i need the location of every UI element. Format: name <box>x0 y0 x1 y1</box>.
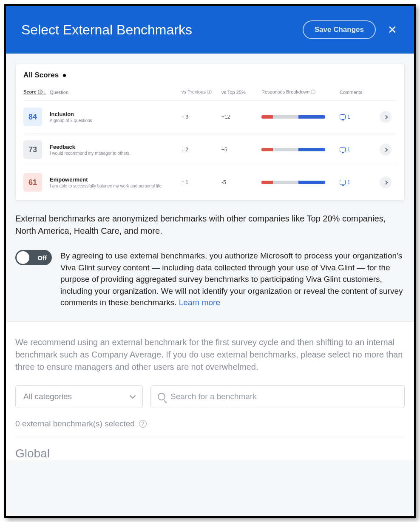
close-icon: ✕ <box>388 23 397 37</box>
table-row: 61 Empowerment I am able to successfully… <box>23 166 397 200</box>
selected-count-row: 0 external benchmark(s) selected ? <box>15 419 405 428</box>
chevron-right-icon <box>383 180 388 184</box>
responses-breakdown-bar <box>261 181 325 184</box>
toggle-knob <box>17 251 29 264</box>
question-cell: Empowerment I am able to successfully ba… <box>50 176 180 188</box>
comments-cell[interactable]: 1 <box>340 147 378 153</box>
breakdown-segment-favorable <box>298 181 325 184</box>
benchmark-search-input[interactable] <box>170 392 397 401</box>
toggle-label: Off <box>37 254 47 261</box>
category-dropdown-label: All categories <box>23 392 72 401</box>
modal-frame: Select External Benchmarks Save Changes … <box>4 4 416 518</box>
responses-breakdown-bar <box>261 148 325 151</box>
filter-controls: All categories <box>15 385 405 408</box>
breakdown-segment-neutral <box>273 148 298 151</box>
row-expand-button[interactable] <box>380 144 392 156</box>
scorecard: All Scores Score ⓘ ↓ Question vs Previou… <box>15 64 405 201</box>
col-vs-previous: vs Previous ⓘ <box>182 89 220 95</box>
benchmark-search-box[interactable] <box>150 385 405 408</box>
consent-text: By agreeing to use external benchmarks, … <box>60 250 405 309</box>
col-vs-top25: vs Top 25% <box>221 90 260 95</box>
question-subtitle: I would recommend my manager to others. <box>50 151 180 156</box>
header-actions: Save Changes ✕ <box>303 20 399 39</box>
learn-more-link[interactable]: Learn more <box>179 298 220 307</box>
comment-icon <box>340 147 346 152</box>
scorecard-indicator-dot <box>63 74 66 77</box>
recommendation-text: We recommend using an external benchmark… <box>15 336 405 373</box>
search-icon <box>158 393 165 400</box>
chevron-right-icon <box>383 115 388 119</box>
consent-row: Off By agreeing to use external benchmar… <box>15 250 405 309</box>
vs-previous-value: ↑ 1 <box>182 179 220 185</box>
comment-icon <box>340 180 346 185</box>
category-dropdown[interactable]: All categories <box>15 385 143 408</box>
modal-content: All Scores Score ⓘ ↓ Question vs Previou… <box>6 54 414 516</box>
question-title: Empowerment <box>50 176 180 183</box>
breakdown-segment-unfavorable <box>261 115 273 119</box>
breakdown-segment-favorable <box>298 148 325 151</box>
question-subtitle: I am able to successfully balance my wor… <box>50 184 180 188</box>
breakdown-segment-unfavorable <box>261 148 273 151</box>
col-comments: Comments <box>340 90 378 95</box>
question-title: Feedback <box>50 144 180 150</box>
breakdown-segment-neutral <box>273 115 298 119</box>
consent-toggle[interactable]: Off <box>15 250 52 265</box>
intro-text: External benchmarks are anonymized bench… <box>15 213 405 237</box>
close-button[interactable]: ✕ <box>386 23 399 36</box>
col-question: Question <box>50 90 180 95</box>
question-cell: Feedback I would recommend my manager to… <box>50 144 180 156</box>
comments-count: 1 <box>347 147 350 153</box>
score-badge: 61 <box>23 173 42 192</box>
chevron-right-icon <box>383 148 388 152</box>
bottom-section: We recommend using an external benchmark… <box>6 321 414 460</box>
vs-top25-value: -5 <box>221 179 260 185</box>
score-table-header: Score ⓘ ↓ Question vs Previous ⓘ vs Top … <box>23 86 397 101</box>
col-score[interactable]: Score ⓘ ↓ <box>23 89 48 95</box>
question-subtitle: A group of 2 questions <box>50 118 180 123</box>
comments-count: 1 <box>347 114 350 120</box>
comments-cell[interactable]: 1 <box>340 114 378 120</box>
question-cell: Inclusion A group of 2 questions <box>50 111 180 123</box>
divider <box>15 437 405 437</box>
comments-cell[interactable]: 1 <box>340 179 378 185</box>
help-icon[interactable]: ? <box>139 420 147 428</box>
breakdown-segment-neutral <box>273 181 298 184</box>
vs-top25-value: +12 <box>221 114 260 120</box>
scorecard-title: All Scores <box>23 71 59 79</box>
modal-header: Select External Benchmarks Save Changes … <box>6 6 414 54</box>
top-section: All Scores Score ⓘ ↓ Question vs Previou… <box>6 54 414 321</box>
table-row: 84 Inclusion A group of 2 questions ↑ 3 … <box>23 101 397 133</box>
breakdown-segment-unfavorable <box>261 181 273 184</box>
table-row: 73 Feedback I would recommend my manager… <box>23 133 397 166</box>
selected-count-text: 0 external benchmark(s) selected <box>15 419 135 428</box>
row-expand-button[interactable] <box>380 176 392 188</box>
question-title: Inclusion <box>50 111 180 117</box>
row-expand-button[interactable] <box>380 111 392 123</box>
score-badge: 84 <box>23 108 42 126</box>
comments-count: 1 <box>347 179 350 185</box>
vs-top25-value: +5 <box>221 147 260 153</box>
save-changes-button[interactable]: Save Changes <box>303 20 376 39</box>
consent-body: By agreeing to use external benchmarks, … <box>60 251 403 307</box>
modal-title: Select External Benchmarks <box>21 22 192 38</box>
comment-icon <box>340 114 346 119</box>
responses-breakdown-bar <box>261 115 325 119</box>
scorecard-title-row: All Scores <box>23 71 397 79</box>
score-badge: 73 <box>23 140 42 159</box>
breakdown-segment-favorable <box>298 115 325 119</box>
vs-previous-value: ↑ 3 <box>182 114 220 120</box>
benchmark-group-heading: Global <box>15 447 405 460</box>
chevron-down-icon <box>130 393 136 399</box>
vs-previous-value: ↓ 2 <box>182 147 220 153</box>
col-responses: Responses Breakdown ⓘ <box>261 89 338 95</box>
